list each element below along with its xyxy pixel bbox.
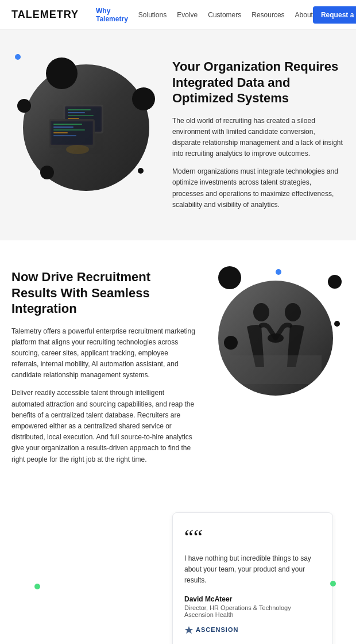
section2-image-area [207,263,345,396]
decorative-dot [132,87,155,110]
request-demo-button[interactable]: Request a Demo [313,6,356,24]
section1-para2: Modern organizations must integrate tech… [172,166,345,210]
svg-point-17 [285,303,301,321]
svg-point-16 [253,303,269,321]
svg-rect-13 [53,132,68,133]
decorative-dot [138,168,144,174]
nav-links: Why Talemetry Solutions Evolve Customers… [96,7,313,23]
svg-rect-4 [68,112,85,113]
section-integrated-data: Your Organization Requires Integrated Da… [0,30,356,240]
section2-heading: Now Drive Recruitment Results With Seaml… [11,269,195,317]
decorative-dot [34,584,40,589]
decorative-dot [40,166,54,179]
logo: TALEMETRY [11,9,79,21]
section2-text-area: Now Drive Recruitment Results With Seaml… [11,263,195,472]
section1-text-area: Your Organization Requires Integrated Da… [172,53,345,217]
testimonial-author: David McAteer [184,595,321,603]
ascension-logo-text: ASCENSION [196,626,238,633]
laptop-icon [46,99,126,156]
ascension-logo-icon [184,625,194,634]
decorative-dot [218,266,241,289]
decorative-dot [276,269,281,275]
svg-rect-10 [53,124,82,125]
quote-mark-icon: ““ [184,527,321,547]
svg-rect-11 [53,126,73,128]
nav-link-solutions[interactable]: Solutions [138,11,167,19]
svg-point-18 [268,334,284,343]
svg-rect-5 [68,115,94,116]
testimonial-text: I have nothing but incredible things to … [184,553,321,586]
testimonial-org: Ascension Health [184,611,321,618]
svg-rect-19 [230,355,322,384]
section1-image-area [11,53,161,191]
nav-link-evolve[interactable]: Evolve [177,11,198,19]
nav-link-resources[interactable]: Resources [251,11,284,19]
decorative-dot [15,54,21,60]
svg-point-15 [66,145,89,154]
testimonial-section: ““ I have nothing but incredible things … [0,495,356,644]
handshake-icon [230,292,322,384]
svg-rect-3 [68,109,91,110]
section2-para2: Deliver readily accessible talent throug… [11,388,195,465]
section1-heading: Your Organization Requires Integrated Da… [172,59,345,106]
nav-link-why-talemetry[interactable]: Why Talemetry [96,7,128,23]
svg-rect-14 [53,135,76,136]
decorative-dot [334,321,340,327]
decorative-dot [328,275,342,289]
decorative-dot [17,99,31,113]
decorative-dot [224,336,238,350]
section2-para1: Talemetry offers a powerful enterprise r… [11,326,195,381]
ascension-logo: ASCENSION [184,625,321,634]
decorative-dot [46,57,78,89]
navbar: TALEMETRY Why Talemetry Solutions Evolve… [0,0,356,30]
svg-rect-6 [68,118,79,119]
svg-rect-12 [53,129,85,131]
decorative-dot-green [330,581,336,586]
testimonial-title: Director, HR Operations & Technology [184,604,321,611]
section1-para1: The old world of recruiting has created … [172,116,345,160]
testimonial-card: ““ I have nothing but incredible things … [172,512,333,644]
nav-link-customers[interactable]: Customers [208,11,241,19]
nav-link-about[interactable]: About [295,11,313,19]
section-drive-recruitment: Now Drive Recruitment Results With Seaml… [0,240,356,495]
